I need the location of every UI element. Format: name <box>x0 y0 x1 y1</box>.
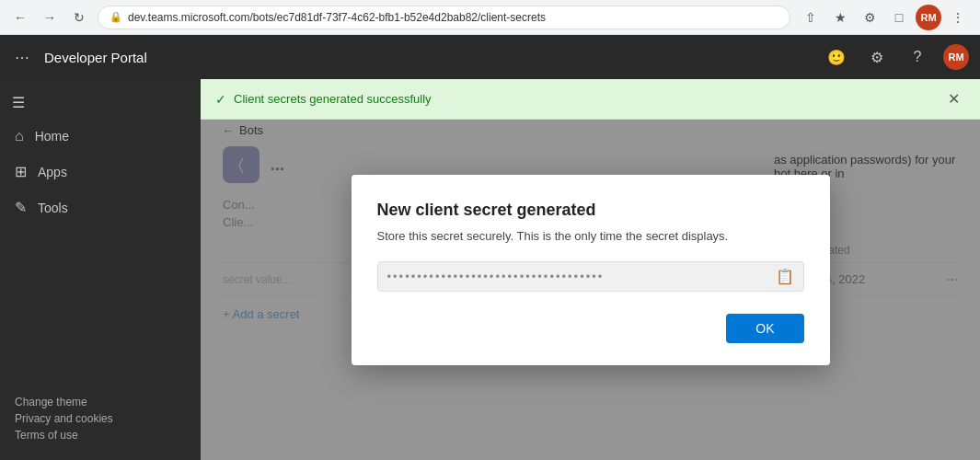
emoji-icon[interactable]: 🙂 <box>822 42 851 72</box>
back-button[interactable]: ← <box>9 6 31 29</box>
app-layout: ⋯ Developer Portal 🙂 ⚙ ? RM ☰ ⌂ Home ⊞ A… <box>0 35 980 460</box>
extensions-button[interactable]: ⚙ <box>857 5 882 30</box>
reload-button[interactable]: ↻ <box>68 6 90 29</box>
share-button[interactable]: ⇧ <box>798 5 824 30</box>
toast-close-button[interactable]: ✕ <box>942 88 965 109</box>
forward-button[interactable]: → <box>39 6 61 29</box>
toast-message: Client secrets generated successfully <box>234 92 432 106</box>
main-content: ✓ Client secrets generated successfully … <box>201 79 980 460</box>
help-icon[interactable]: ? <box>903 42 932 72</box>
sidebar-item-home-label: Home <box>35 129 69 144</box>
modal-title: New client secret generated <box>377 201 804 220</box>
terms-link[interactable]: Terms of use <box>15 429 186 442</box>
modal-description: Store this secret securely. This is the … <box>377 229 804 243</box>
menu-button[interactable]: ⋮ <box>945 5 971 30</box>
sidebar-item-apps-label: Apps <box>38 165 67 179</box>
copy-icon[interactable]: 📋 <box>776 268 794 285</box>
grid-icon[interactable]: ⋯ <box>11 45 33 70</box>
sidebar: ☰ ⌂ Home ⊞ Apps ✎ Tools Change theme Pri… <box>0 79 201 460</box>
user-avatar[interactable]: RM <box>943 44 969 70</box>
change-theme-link[interactable]: Change theme <box>15 396 186 408</box>
secret-value: •••••••••••••••••••••••••••••••••••• <box>387 270 768 283</box>
browser-avatar[interactable]: RM <box>916 5 941 30</box>
sidebar-bottom: Change theme Privacy and cookies Terms o… <box>0 385 201 460</box>
settings-icon[interactable]: ⚙ <box>862 42 892 72</box>
content-area: ☰ ⌂ Home ⊞ Apps ✎ Tools Change theme Pri… <box>0 79 980 460</box>
modal-actions: OK <box>377 314 804 343</box>
sidebar-item-home[interactable]: ⌂ Home <box>0 119 201 154</box>
url-bar[interactable]: 🔒 dev.teams.microsoft.com/bots/ec7d81df-… <box>98 6 790 29</box>
modal-dialog: New client secret generated Store this s… <box>352 175 830 365</box>
toast-notification: ✓ Client secrets generated successfully … <box>201 79 980 120</box>
privacy-link[interactable]: Privacy and cookies <box>15 412 186 425</box>
profile-button[interactable]: □ <box>886 5 912 30</box>
sidebar-item-apps[interactable]: ⊞ Apps <box>0 154 201 190</box>
browser-actions: ⇧ ★ ⚙ □ RM ⋮ <box>798 5 971 30</box>
secret-field-container: •••••••••••••••••••••••••••••••••••• 📋 <box>377 261 804 292</box>
home-icon: ⌂ <box>15 128 24 144</box>
url-text: dev.teams.microsoft.com/bots/ec7d81df-73… <box>128 11 546 24</box>
ok-button[interactable]: OK <box>726 314 803 343</box>
sidebar-item-tools-label: Tools <box>38 201 68 215</box>
sidebar-toggle[interactable]: ☰ <box>0 86 37 119</box>
portal-title: Developer Portal <box>44 50 147 65</box>
browser-chrome: ← → ↻ 🔒 dev.teams.microsoft.com/bots/ec7… <box>0 0 980 35</box>
toast-check-icon: ✓ <box>215 92 226 107</box>
tools-icon: ✎ <box>15 199 27 216</box>
apps-icon: ⊞ <box>15 163 27 180</box>
sidebar-item-tools[interactable]: ✎ Tools <box>0 190 201 225</box>
bookmark-button[interactable]: ★ <box>827 5 853 30</box>
top-nav: ⋯ Developer Portal 🙂 ⚙ ? RM <box>0 35 980 79</box>
lock-icon: 🔒 <box>110 11 122 23</box>
